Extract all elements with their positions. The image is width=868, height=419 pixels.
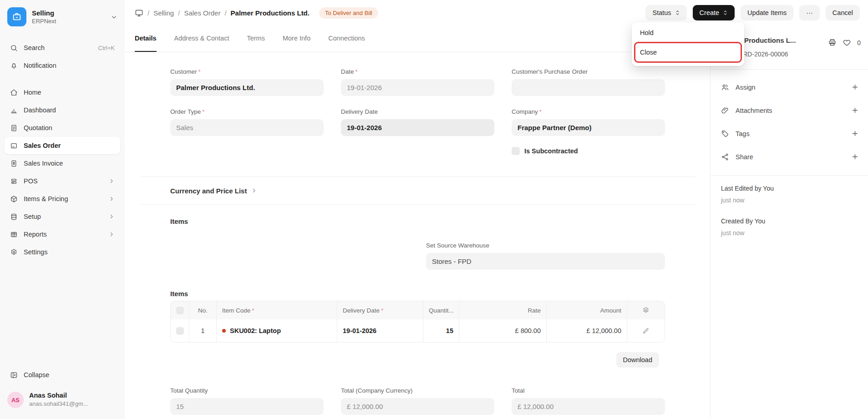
edit-row-button[interactable] <box>627 319 665 342</box>
quantity-cell[interactable]: 15 <box>423 319 459 342</box>
delivery-date-field[interactable]: 19-01-2026 <box>341 119 494 136</box>
chevron-down-icon <box>111 14 117 20</box>
sidebar-item-sales-order[interactable]: Sales Order <box>5 137 120 154</box>
more-actions-button[interactable]: ··· <box>799 5 820 20</box>
status-dropdown-button[interactable]: Status <box>645 5 686 20</box>
column-header-delivery-date[interactable]: Delivery Date* <box>337 301 423 319</box>
ellipsis-icon: ··· <box>806 9 813 16</box>
tab-more-info[interactable]: More Info <box>283 25 310 52</box>
sidebar-item-dashboard[interactable]: Dashboard <box>5 101 120 119</box>
menu-item-close[interactable]: Close <box>635 43 741 61</box>
items-table-header: No. Item Code* Delivery Date* Quantit...… <box>171 301 665 319</box>
currency-price-list-section[interactable]: Currency and Price List <box>170 177 665 204</box>
plus-icon[interactable] <box>851 130 859 137</box>
update-items-button[interactable]: Update Items <box>741 5 793 20</box>
pos-icon <box>10 177 18 185</box>
user-email: anas.sohail341@gm... <box>29 400 88 407</box>
database-icon <box>10 213 18 221</box>
share-row[interactable]: Share <box>721 145 859 168</box>
column-header-amount[interactable]: Amount <box>546 301 627 319</box>
total-quantity-label: Total Quantity <box>170 387 324 394</box>
search-button[interactable]: Search Ctrl+K <box>5 39 120 56</box>
sidebar-item-quotation[interactable]: Quotation <box>5 119 120 136</box>
last-edited-value: just now <box>721 197 859 204</box>
tab-details[interactable]: Details <box>135 25 157 52</box>
column-header-no[interactable]: No. <box>189 301 216 319</box>
table-settings-button[interactable] <box>627 301 665 319</box>
order-type-field-label: Order Type* <box>170 108 324 115</box>
breadcrumb-link-sales-order[interactable]: Sales Order <box>184 9 220 17</box>
order-type-field[interactable]: Sales <box>170 119 324 136</box>
sidebar-item-label: Setup <box>24 213 41 220</box>
chevron-right-icon <box>108 178 115 184</box>
chevron-right-icon <box>108 213 115 220</box>
workspace-subtitle: ERPNext <box>32 18 56 25</box>
amount-cell[interactable]: £ 12,000.00 <box>546 319 627 342</box>
plus-icon[interactable] <box>851 153 859 161</box>
user-menu[interactable]: AS Anas Sohail anas.sohail341@gm... <box>5 390 120 410</box>
item-code-cell[interactable]: SKU002: Laptop <box>216 319 337 342</box>
sidebar-item-setup[interactable]: Setup <box>5 208 120 225</box>
checkbox[interactable] <box>512 147 520 155</box>
chevron-right-icon <box>108 196 115 202</box>
row-checkbox[interactable] <box>176 327 184 335</box>
column-header-item-code[interactable]: Item Code* <box>216 301 337 319</box>
date-field[interactable]: 19-01-2026 <box>341 79 494 96</box>
set-source-warehouse-field[interactable]: Stores - FPD <box>426 253 665 270</box>
update-items-label: Update Items <box>747 9 787 16</box>
workspace-title: Selling <box>32 9 56 17</box>
table-row[interactable]: 1 SKU002: Laptop 19-01-2026 15 £ 800.00 … <box>171 319 665 342</box>
breadcrumb-current: Palmer Productions Ltd. <box>231 9 310 17</box>
notification-label: Notification <box>24 62 56 69</box>
create-button[interactable]: Create <box>693 5 735 20</box>
status-button-label: Status <box>652 9 671 16</box>
erpnext-logo-icon <box>7 7 26 26</box>
column-header-rate[interactable]: Rate <box>459 301 546 319</box>
customer-po-field[interactable] <box>512 79 665 96</box>
stock-status-dot-icon <box>222 329 226 333</box>
sidebar-item-settings[interactable]: Settings <box>5 243 120 261</box>
sidebar-item-home[interactable]: Home <box>5 84 120 101</box>
print-icon[interactable] <box>828 38 837 47</box>
required-marker: * <box>202 108 204 115</box>
assign-row[interactable]: Assign <box>721 76 859 99</box>
sidebar: Selling ERPNext Search Ctrl+K Notificati… <box>0 0 125 419</box>
is-subcontracted-checkbox-row[interactable]: Is Subcontracted <box>512 147 665 155</box>
plus-icon[interactable] <box>851 83 859 91</box>
collapse-sidebar-button[interactable]: Collapse <box>5 366 120 384</box>
plus-icon[interactable] <box>851 106 859 114</box>
delivery-date-cell[interactable]: 19-01-2026 <box>337 319 423 342</box>
tags-row[interactable]: Tags <box>721 122 859 145</box>
select-all-checkbox[interactable] <box>176 307 184 314</box>
highlight-box: Close <box>634 42 742 63</box>
column-header-quantity[interactable]: Quantit... <box>423 301 459 319</box>
workspace-switcher[interactable]: Selling ERPNext <box>5 6 120 27</box>
menu-item-hold[interactable]: Hold <box>634 25 742 41</box>
breadcrumb-link-selling[interactable]: Selling <box>153 9 174 17</box>
cancel-button[interactable]: Cancel <box>826 5 860 20</box>
search-label: Search <box>24 44 45 51</box>
create-button-label: Create <box>700 9 720 16</box>
sidebar-item-notification[interactable]: Notification <box>5 57 120 74</box>
company-field[interactable]: Frappe Partner (Demo) <box>512 119 665 136</box>
delivery-date-field-label: Delivery Date <box>341 108 494 115</box>
rate-cell[interactable]: £ 800.00 <box>459 319 546 342</box>
customer-po-field-label: Customer's Purchase Order <box>512 68 665 75</box>
sidebar-item-items-pricing[interactable]: Items & Pricing <box>5 190 120 207</box>
heart-icon[interactable] <box>843 38 851 47</box>
download-button[interactable]: Download <box>616 352 660 368</box>
customer-field[interactable]: Palmer Productions Ltd. <box>170 79 324 96</box>
attachments-row[interactable]: Attachments <box>721 99 859 122</box>
sidebar-item-sales-invoice[interactable]: Sales Invoice <box>5 155 120 172</box>
tab-address-contact[interactable]: Address & Contact <box>174 25 229 52</box>
sidebar-item-pos[interactable]: POS <box>5 172 120 190</box>
page-header: / Selling / Sales Order / Palmer Product… <box>125 0 868 25</box>
like-count: 0 <box>857 39 861 46</box>
divider <box>140 204 695 205</box>
sidebar-item-reports[interactable]: Reports <box>5 226 120 243</box>
tab-connections[interactable]: Connections <box>328 25 365 52</box>
tab-terms[interactable]: Terms <box>247 25 264 52</box>
chevron-updown-icon <box>723 10 728 16</box>
last-edited-label: Last Edited by You <box>721 185 859 192</box>
share-label: Share <box>736 153 753 161</box>
